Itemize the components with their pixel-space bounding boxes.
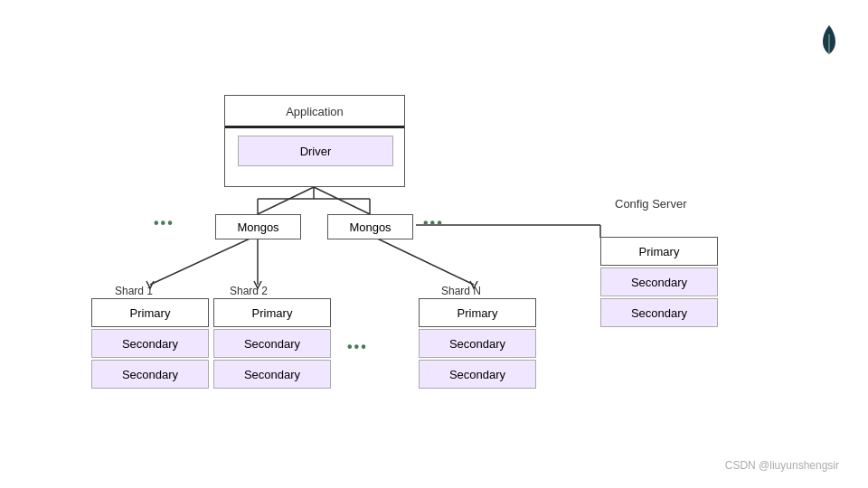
right-dots: ••• (423, 215, 444, 231)
application-label: Application (225, 96, 404, 118)
svg-line-1 (314, 187, 370, 214)
mongos1-box: Mongos (215, 214, 301, 239)
svg-line-8 (370, 235, 474, 285)
shard2-secondary2: Secondary (213, 360, 331, 389)
shard-middle-dots: ••• (347, 339, 368, 355)
shardN-secondary1: Secondary (419, 329, 536, 358)
svg-line-6 (150, 235, 258, 285)
application-container: Application Driver (224, 95, 405, 187)
shard1-secondary2: Secondary (91, 360, 209, 389)
shard2-primary: Primary (213, 298, 331, 327)
connector-lines (0, 0, 868, 488)
shard1-primary: Primary (91, 298, 209, 327)
config-secondary1: Secondary (600, 267, 718, 296)
shardN-primary: Primary (419, 298, 536, 327)
app-separator (225, 126, 404, 128)
shard1-secondary1: Secondary (91, 329, 209, 358)
shard1-label: Shard 1 (115, 285, 153, 297)
config-secondary2: Secondary (600, 298, 718, 327)
shard2-secondary1: Secondary (213, 329, 331, 358)
shard2-label: Shard 2 (230, 285, 268, 297)
left-dots: ••• (154, 215, 175, 231)
watermark: CSDN @liuyunshengsir (725, 459, 839, 472)
svg-line-0 (258, 187, 314, 214)
diagram: Application Driver Mongos Mongos ••• •••… (0, 0, 868, 488)
shardN-label: Shard N (441, 285, 481, 297)
config-server-label: Config Server (615, 197, 686, 211)
shardN-secondary2: Secondary (419, 360, 536, 389)
mongodb-leaf-icon (819, 25, 839, 52)
config-primary: Primary (600, 237, 718, 266)
driver-box: Driver (238, 136, 393, 166)
mongos2-box: Mongos (327, 214, 413, 239)
